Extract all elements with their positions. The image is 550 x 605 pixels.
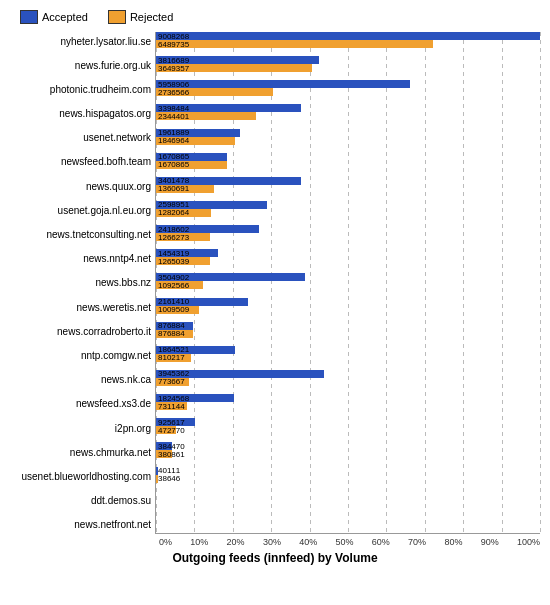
rejected-label: Rejected: [130, 11, 173, 23]
bar-row: 876884876884: [156, 322, 540, 340]
bar-row: 4011138646: [156, 467, 540, 485]
accepted-label: Accepted: [42, 11, 88, 23]
x-axis-label: 20%: [227, 537, 245, 547]
bar-rejected: 380861: [156, 450, 172, 458]
x-axis-label: 90%: [481, 537, 499, 547]
x-axis-label: 10%: [190, 537, 208, 547]
rejected-value: 773667: [158, 377, 185, 386]
bar-rejected: 38646: [156, 475, 158, 483]
y-label: news.tnetconsulting.net: [10, 226, 151, 244]
y-label: news.chmurka.net: [10, 443, 151, 461]
bar-rejected: 2344401: [156, 112, 256, 120]
x-axis-label: 50%: [335, 537, 353, 547]
rejected-value: 1266273: [158, 233, 189, 242]
x-axis: 0%10%20%30%40%50%60%70%80%90%100%: [159, 534, 540, 547]
y-label: ddt.demos.su: [10, 492, 151, 510]
bars-area: 9008268648973538166893649357595890627365…: [155, 32, 540, 534]
rejected-value: 1360691: [158, 184, 189, 193]
bar-rejected: 1670865: [156, 161, 227, 169]
bar-row: 925617472770: [156, 418, 540, 436]
chart-area: nyheter.lysator.liu.senews.furie.org.ukp…: [10, 32, 540, 534]
grid-line: [540, 32, 541, 533]
legend-accepted: Accepted: [20, 10, 88, 24]
y-label: newsfeed.bofh.team: [10, 153, 151, 171]
x-axis-label: 70%: [408, 537, 426, 547]
rejected-value: 876884: [158, 329, 185, 338]
bar-accepted: 5958906: [156, 80, 410, 88]
bar-row: 24186021266273: [156, 225, 540, 243]
y-label: news.furie.org.uk: [10, 56, 151, 74]
y-label: news.hispagatos.org: [10, 105, 151, 123]
bar-row: 25989511282064: [156, 201, 540, 219]
bar-rejected: 1846964: [156, 137, 235, 145]
chart-container: Accepted Rejected nyheter.lysator.liu.se…: [0, 0, 550, 605]
y-axis-labels: nyheter.lysator.liu.senews.furie.org.ukp…: [10, 32, 155, 534]
rejected-value: 2736566: [158, 88, 189, 97]
bar-rejected: 1265039: [156, 257, 210, 265]
bar-rejected: 1092566: [156, 281, 203, 289]
bar-rejected: 1009509: [156, 306, 199, 314]
bar-rejected: 6489735: [156, 40, 433, 48]
bar-row: 33984842344401: [156, 104, 540, 122]
bar-row: 1864521810217: [156, 346, 540, 364]
bar-row: 35049021092566: [156, 273, 540, 291]
bar-row: 14543191265039: [156, 249, 540, 267]
bar-rejected: 810217: [156, 354, 191, 362]
rejected-value: 6489735: [158, 40, 189, 49]
bar-row: [156, 491, 540, 509]
bar-rejected: 1360691: [156, 185, 214, 193]
y-label: news.netfront.net: [10, 516, 151, 534]
bar-accepted: 9008268: [156, 32, 540, 40]
rejected-value: 1092566: [158, 281, 189, 290]
bar-rejected: 1282064: [156, 209, 211, 217]
bar-row: 34014781360691: [156, 177, 540, 195]
rejected-value: 731144: [158, 402, 185, 411]
rejected-value: 1009509: [158, 305, 189, 314]
bar-row: 59589062736566: [156, 80, 540, 98]
y-label: news.quux.org: [10, 177, 151, 195]
bar-row: 38166893649357: [156, 56, 540, 74]
rejected-value: 380861: [158, 450, 185, 459]
bar-rejected: 472770: [156, 426, 176, 434]
bar-rejected: 731144: [156, 402, 187, 410]
rejected-swatch: [108, 10, 126, 24]
y-label: nyheter.lysator.liu.se: [10, 32, 151, 50]
x-axis-label: 40%: [299, 537, 317, 547]
rejected-value: 472770: [158, 426, 185, 435]
x-axis-label: 100%: [517, 537, 540, 547]
y-label: newsfeed.xs3.de: [10, 395, 151, 413]
y-label: news.weretis.net: [10, 298, 151, 316]
y-label: i2pn.org: [10, 419, 151, 437]
rejected-value: 38646: [158, 474, 180, 483]
y-label: news.nntp4.net: [10, 250, 151, 268]
bar-rejected: 1266273: [156, 233, 210, 241]
rejected-value: 1282064: [158, 208, 189, 217]
rejected-value: 1670865: [158, 160, 189, 169]
rejected-value: 2344401: [158, 112, 189, 121]
y-label: usenet.goja.nl.eu.org: [10, 201, 151, 219]
y-label: news.nk.ca: [10, 371, 151, 389]
bar-row: 19618891846964: [156, 129, 540, 147]
y-label: usenet.blueworldhosting.com: [10, 467, 151, 485]
rejected-value: 1265039: [158, 257, 189, 266]
legend-rejected: Rejected: [108, 10, 173, 24]
rejected-value: 3649357: [158, 64, 189, 73]
bar-row: 384470380861: [156, 442, 540, 460]
bar-row: 16708651670865: [156, 153, 540, 171]
bar-rejected: 2736566: [156, 88, 273, 96]
bar-rejected: 773667: [156, 378, 189, 386]
bar-row: 21614101009509: [156, 298, 540, 316]
bar-rejected: 876884: [156, 330, 193, 338]
x-axis-label: 60%: [372, 537, 390, 547]
bar-row: 3945362773667: [156, 370, 540, 388]
bar-row: [156, 515, 540, 533]
x-axis-label: 80%: [444, 537, 462, 547]
bar-row: 90082686489735: [156, 32, 540, 50]
x-axis-label: 30%: [263, 537, 281, 547]
rejected-value: 1846964: [158, 136, 189, 145]
legend: Accepted Rejected: [10, 10, 540, 24]
chart-title: Outgoing feeds (innfeed) by Volume: [10, 551, 540, 565]
y-label: news.corradroberto.it: [10, 322, 151, 340]
y-label: news.bbs.nz: [10, 274, 151, 292]
x-axis-label: 0%: [159, 537, 172, 547]
